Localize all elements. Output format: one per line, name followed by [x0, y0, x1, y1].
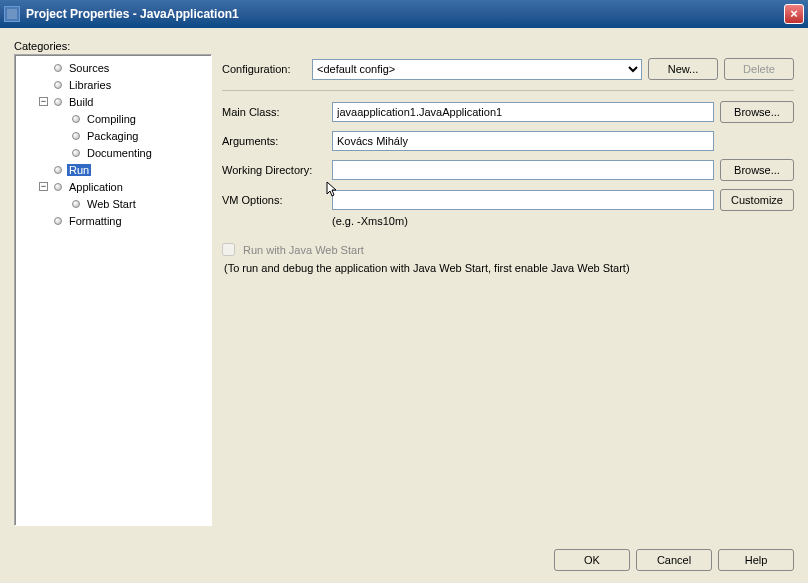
vm-options-input[interactable]	[332, 190, 714, 210]
tree-item-run[interactable]: Run	[17, 161, 209, 178]
main-class-label: Main Class:	[222, 106, 326, 118]
arguments-label: Arguments:	[222, 135, 326, 147]
new-config-button[interactable]: New...	[648, 58, 718, 80]
tree-item-sources[interactable]: Sources	[17, 59, 209, 76]
vm-options-label: VM Options:	[222, 194, 326, 206]
collapse-icon[interactable]: −	[39, 182, 48, 191]
bullet-icon	[72, 115, 80, 123]
tree-item-documenting[interactable]: Documenting	[17, 144, 209, 161]
categories-label: Categories:	[14, 40, 794, 52]
vm-options-hint: (e.g. -Xms10m)	[332, 215, 714, 227]
tree-label-packaging: Packaging	[85, 130, 140, 142]
configuration-select[interactable]: <default config>	[312, 59, 642, 80]
dialog-footer: OK Cancel Help	[554, 549, 794, 571]
arguments-input[interactable]	[332, 131, 714, 151]
app-icon	[4, 6, 20, 22]
bullet-icon	[54, 217, 62, 225]
working-directory-label: Working Directory:	[222, 164, 326, 176]
tree-label-sources: Sources	[67, 62, 111, 74]
configuration-label: Configuration:	[222, 63, 306, 75]
tree-label-webstart: Web Start	[85, 198, 138, 210]
customize-button[interactable]: Customize	[720, 189, 794, 211]
run-with-webstart-checkbox	[222, 243, 235, 256]
main-class-input[interactable]	[332, 102, 714, 122]
bullet-icon	[54, 64, 62, 72]
browse-workdir-button[interactable]: Browse...	[720, 159, 794, 181]
tree-item-build[interactable]: − Build	[17, 93, 209, 110]
tree-label-application: Application	[67, 181, 125, 193]
close-icon[interactable]: ×	[784, 4, 804, 24]
tree-item-compiling[interactable]: Compiling	[17, 110, 209, 127]
tree-label-libraries: Libraries	[67, 79, 113, 91]
collapse-icon[interactable]: −	[39, 97, 48, 106]
cancel-button[interactable]: Cancel	[636, 549, 712, 571]
tree-item-libraries[interactable]: Libraries	[17, 76, 209, 93]
tree-item-application[interactable]: − Application	[17, 178, 209, 195]
browse-main-class-button[interactable]: Browse...	[720, 101, 794, 123]
webstart-note: (To run and debug the application with J…	[222, 262, 794, 274]
tree-label-formatting: Formatting	[67, 215, 124, 227]
tree-item-packaging[interactable]: Packaging	[17, 127, 209, 144]
window-title: Project Properties - JavaApplication1	[26, 7, 784, 21]
tree-item-formatting[interactable]: Formatting	[17, 212, 209, 229]
bullet-icon	[54, 183, 62, 191]
bullet-icon	[72, 200, 80, 208]
ok-button[interactable]: OK	[554, 549, 630, 571]
bullet-icon	[54, 81, 62, 89]
bullet-icon	[54, 98, 62, 106]
run-settings-panel: Configuration: <default config> New... D…	[222, 54, 794, 526]
delete-config-button: Delete	[724, 58, 794, 80]
tree-label-compiling: Compiling	[85, 113, 138, 125]
tree-label-documenting: Documenting	[85, 147, 154, 159]
tree-item-webstart[interactable]: Web Start	[17, 195, 209, 212]
categories-tree[interactable]: Sources Libraries − Build Compiling Pack…	[14, 54, 212, 526]
bullet-icon	[54, 166, 62, 174]
working-directory-input[interactable]	[332, 160, 714, 180]
bullet-icon	[72, 132, 80, 140]
run-with-webstart-label: Run with Java Web Start	[243, 244, 364, 256]
bullet-icon	[72, 149, 80, 157]
tree-label-run: Run	[67, 164, 91, 176]
help-button[interactable]: Help	[718, 549, 794, 571]
tree-label-build: Build	[67, 96, 95, 108]
title-bar: Project Properties - JavaApplication1 ×	[0, 0, 808, 28]
